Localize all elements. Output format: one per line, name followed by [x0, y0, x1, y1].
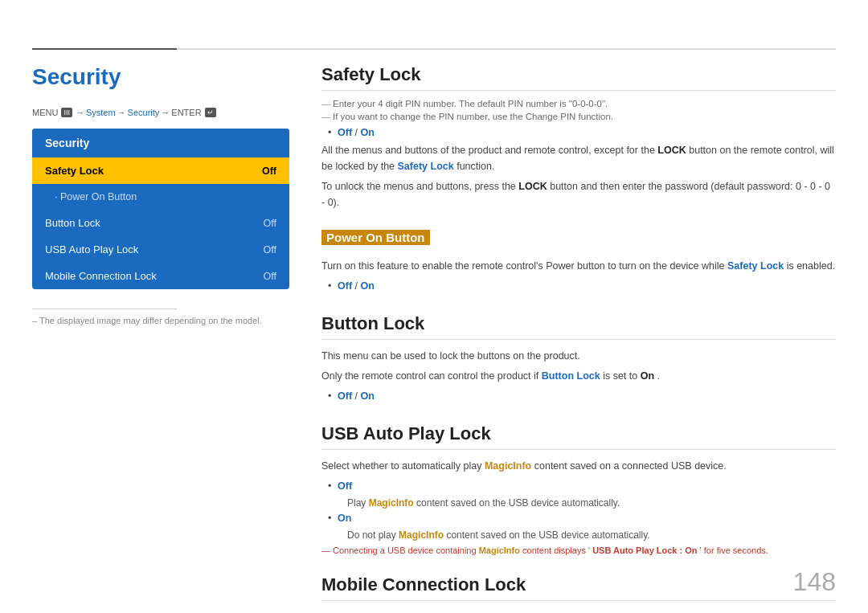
- button-lock-body2: Only the remote control can control the …: [321, 368, 836, 384]
- body1-end2: function.: [457, 161, 494, 172]
- enter-icon: ↵: [205, 108, 216, 117]
- footnote-content: The displayed image may differ depending…: [39, 316, 262, 325]
- power-on-dot: ·: [55, 191, 60, 202]
- menu-item-button-lock[interactable]: Button Lock Off: [32, 210, 289, 236]
- top-border: [32, 48, 836, 50]
- usb-on-text: On: [338, 513, 351, 524]
- section-usb-auto: USB Auto Play Lock Select whether to aut…: [321, 423, 836, 555]
- arrow1: →: [76, 108, 84, 117]
- change-pin-link: Change PIN: [526, 112, 576, 121]
- safety-lock-body1: All the menus and buttons of the product…: [321, 142, 836, 174]
- usb-off-desc: Play MagicInfo content saved on the USB …: [321, 496, 836, 510]
- usb-on-desc-text: Do not play: [347, 529, 396, 541]
- sep2: /: [352, 280, 360, 292]
- safety-lock-highlight: Safety Lock: [398, 161, 454, 172]
- usb-off-text: Off: [338, 480, 352, 492]
- on3: On: [360, 390, 374, 402]
- usb-connecting-note: Connecting a USB device containing Magic…: [321, 546, 836, 555]
- separator1: /: [352, 127, 360, 138]
- safety-lock-note1-text: Enter your 4 digit PIN number. The defau…: [333, 99, 608, 108]
- safety-lock-value: Off: [262, 166, 276, 177]
- menu-item-mobile-lock[interactable]: Mobile Connection Lock Off: [32, 263, 289, 289]
- button-lock-label: Button Lock: [45, 217, 100, 229]
- lock-bold2: LOCK: [518, 181, 547, 192]
- safety-lock-off-on-text: Off / On: [338, 127, 375, 138]
- safety-lock-note2: If you want to change the PIN number, us…: [321, 112, 836, 121]
- button-lock-link: Button Lock: [542, 370, 600, 382]
- magicinfo-link1: MagicInfo: [485, 460, 531, 472]
- bl-body2-mid: is set to: [603, 370, 637, 382]
- footnote-divider: [32, 309, 177, 309]
- bl-body2-end: .: [657, 370, 660, 382]
- section-power-on: Power On Button Turn on this feature to …: [321, 230, 836, 294]
- button-lock-off-on-text: Off / On: [338, 390, 375, 402]
- safety-lock-title: Safety Lock: [321, 64, 836, 91]
- button-lock-body1: This menu can be used to lock the button…: [321, 348, 836, 364]
- power-on-off-on: Off / On: [321, 278, 836, 294]
- on-label: On: [360, 127, 374, 138]
- arrow2: →: [117, 108, 126, 117]
- note-highlight: USB Auto Play Lock : On: [592, 546, 697, 555]
- on-bold: On: [641, 370, 654, 382]
- section-button-lock: Button Lock This menu can be used to loc…: [321, 313, 836, 404]
- menu-icon: III: [61, 108, 72, 117]
- button-lock-value: Off: [264, 218, 276, 229]
- usb-on-bullet: On: [321, 510, 836, 526]
- off2: Off: [338, 280, 352, 292]
- button-lock-title: Button Lock: [321, 313, 836, 340]
- menu-path: MENU III → System → Security → ENTER ↵: [32, 108, 289, 117]
- arrow3: →: [161, 108, 170, 117]
- left-panel: Security MENU III → System → Security → …: [32, 64, 289, 325]
- body1-text: All the menus and buttons of the product…: [321, 145, 655, 156]
- usb-auto-title: USB Auto Play Lock: [321, 423, 836, 450]
- note-start: Connecting a USB device containing: [333, 546, 477, 555]
- on2: On: [360, 280, 374, 292]
- power-on-title: Power On Button: [321, 230, 430, 245]
- menu-item-usb-auto[interactable]: USB Auto Play Lock Off: [32, 236, 289, 263]
- power-on-body-text: Turn on this feature to enable the remot…: [321, 260, 725, 272]
- magicinfo-link3: MagicInfo: [399, 529, 444, 541]
- usb-off-desc-text: Play: [347, 497, 366, 509]
- magicinfo-link4: MagicInfo: [479, 546, 520, 555]
- page-title: Security: [32, 64, 289, 90]
- usb-off-label: Off: [338, 480, 352, 492]
- section-mobile-lock: Mobile Connection Lock Restrict other de…: [321, 574, 836, 613]
- power-on-title-wrapper: Power On Button: [321, 230, 836, 251]
- safety-lock-off-on: Off / On: [321, 125, 836, 141]
- power-on-body: Turn on this feature to enable the remot…: [321, 258, 836, 274]
- usb-body1-end: content saved on a connected USB device.: [534, 460, 727, 472]
- usb-auto-body1: Select whether to automatically play Mag…: [321, 458, 836, 474]
- bl-body2-start: Only the remote control can control the …: [321, 370, 538, 382]
- button-lock-off-on: Off / On: [321, 388, 836, 404]
- enter-label: ENTER: [171, 108, 201, 117]
- usb-on-label: On: [338, 513, 351, 524]
- menu-item-power-on[interactable]: · Power On Button: [32, 184, 289, 210]
- safety-lock-label: Safety Lock: [45, 165, 104, 177]
- off-label: Off: [338, 127, 352, 138]
- power-on-label: Power On Button: [60, 191, 276, 202]
- safety-lock-note2-end: function.: [579, 112, 613, 121]
- note-mid: content displays ': [522, 546, 590, 555]
- usb-auto-value: Off: [264, 244, 276, 255]
- usb-auto-label: USB Auto Play Lock: [45, 243, 138, 255]
- mobile-lock-value: Off: [264, 271, 276, 282]
- usb-body1-start: Select whether to automatically play: [321, 460, 481, 472]
- mobile-lock-label: Mobile Connection Lock: [45, 270, 157, 282]
- menu-label: MENU: [32, 108, 58, 117]
- section-safety-lock: Safety Lock Enter your 4 digit PIN numbe…: [321, 64, 836, 210]
- security-link: Security: [128, 108, 160, 117]
- page-number: 148: [793, 567, 836, 597]
- right-panel: Safety Lock Enter your 4 digit PIN numbe…: [321, 64, 836, 613]
- mobile-lock-body: Restrict other devices on your network, …: [321, 609, 836, 613]
- off3: Off: [338, 390, 352, 402]
- system-link: System: [86, 108, 116, 117]
- usb-on-desc: Do not play MagicInfo content saved on t…: [321, 528, 836, 542]
- power-on-off-on-text: Off / On: [338, 280, 375, 292]
- sep3: /: [352, 390, 360, 402]
- safety-lock-note2-text: If you want to change the PIN number, us…: [333, 112, 523, 121]
- footnote-dash: –: [32, 316, 39, 325]
- menu-item-safety-lock[interactable]: Safety Lock Off: [32, 157, 289, 184]
- security-menu-box: Security Safety Lock Off · Power On Butt…: [32, 129, 289, 289]
- usb-on-desc-end: content saved on the USB device automati…: [446, 529, 649, 541]
- safety-lock-body2: To unlock the menus and buttons, press t…: [321, 178, 836, 210]
